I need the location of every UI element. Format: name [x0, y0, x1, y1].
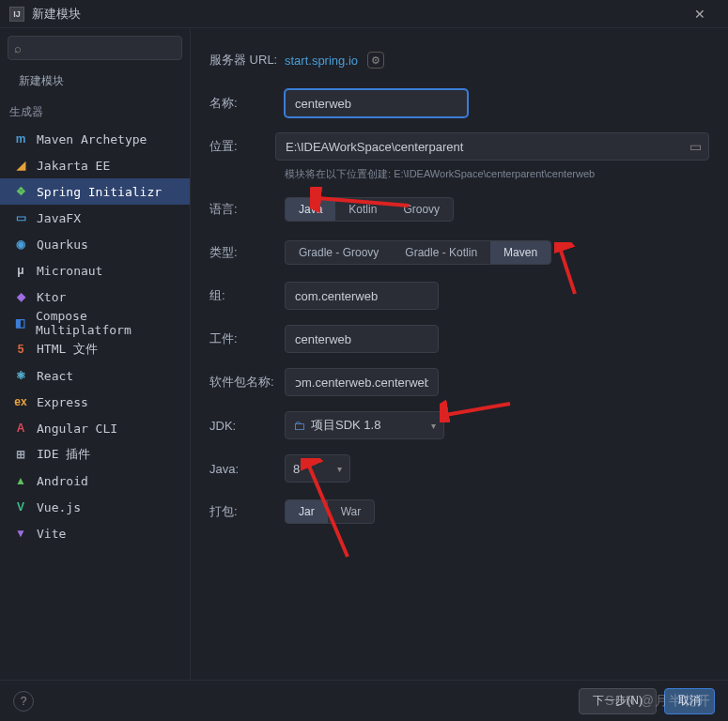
sidebar-item-label: Vue.js — [37, 500, 81, 514]
sidebar-item-label: Ktor — [37, 290, 66, 304]
sidebar-item-express[interactable]: exExpress — [0, 389, 190, 415]
sidebar-item-micronaut[interactable]: μMicronaut — [0, 257, 190, 284]
express-icon: ex — [13, 394, 28, 409]
language-option[interactable]: Java — [286, 198, 335, 221]
sidebar-item-jakarta-ee[interactable]: ◢Jakarta EE — [0, 152, 190, 178]
sidebar-item-label: Vite — [37, 527, 66, 541]
sidebar-item-vuejs[interactable]: VVue.js — [0, 494, 190, 520]
package-label: 软件包名称: — [209, 374, 285, 391]
sidebar-item-label: HTML 文件 — [37, 341, 98, 358]
sidebar-item-spring-initializr[interactable]: ❖Spring Initializr — [0, 178, 190, 205]
packaging-option[interactable]: War — [328, 500, 375, 523]
type-option[interactable]: Maven — [490, 241, 550, 264]
location-label: 位置: — [209, 138, 275, 155]
language-option[interactable]: Groovy — [390, 198, 453, 221]
language-option[interactable]: Kotlin — [335, 198, 390, 221]
android-icon: ▲ — [13, 473, 28, 488]
sidebar-item-label: Maven Archetype — [37, 132, 147, 146]
sidebar-item-react[interactable]: ⚛React — [0, 362, 190, 389]
type-option[interactable]: Gradle - Kotlin — [392, 241, 490, 264]
ktor-icon: ◆ — [13, 289, 28, 304]
react-icon: ⚛ — [13, 368, 28, 383]
chevron-down-icon: ▾ — [431, 421, 436, 431]
maven-archetype-icon: m — [13, 131, 28, 146]
group-input[interactable] — [285, 282, 439, 310]
generator-list: mMaven Archetype◢Jakarta EE❖Spring Initi… — [0, 126, 190, 546]
sidebar-item-vite[interactable]: ▼Vite — [0, 520, 190, 546]
close-icon[interactable]: ✕ — [681, 7, 719, 22]
spring-initializr-icon: ❖ — [13, 184, 28, 199]
folder-icon[interactable]: ▭ — [689, 139, 702, 154]
html-icon: 5 — [13, 342, 28, 357]
sidebar-item-javafx[interactable]: ▭JavaFX — [0, 205, 190, 231]
jdk-dropdown[interactable]: 🗀 项目SDK 1.8 ▾ — [285, 411, 444, 439]
type-segmented: Gradle - GroovyGradle - KotlinMaven — [285, 240, 551, 265]
sidebar-item-angular[interactable]: AAngular CLI — [0, 415, 190, 441]
name-label: 名称: — [209, 95, 285, 112]
type-option[interactable]: Gradle - Groovy — [286, 241, 392, 264]
generators-section-label: 生成器 — [0, 95, 190, 126]
java-dropdown[interactable]: 8 ▾ — [285, 454, 350, 483]
sidebar-item-label: Android — [37, 474, 88, 488]
search-icon: ⌕ — [14, 41, 22, 55]
compose-mp-icon: ◧ — [13, 315, 27, 330]
window-title: 新建模块 — [32, 6, 681, 23]
sidebar-item-maven-archetype[interactable]: mMaven Archetype — [0, 126, 190, 152]
gear-icon[interactable]: ⚙ — [367, 52, 384, 69]
location-hint: 模块将在以下位置创建: E:\IDEAWorkSpace\centerparen… — [285, 167, 709, 181]
server-url-label: 服务器 URL: — [209, 52, 285, 69]
angular-icon: A — [13, 421, 28, 436]
sidebar-item-label: Compose Multiplatform — [36, 309, 180, 337]
sidebar-item-label: Micronaut — [37, 264, 102, 278]
jakarta-ee-icon: ◢ — [13, 158, 28, 173]
sidebar-item-android[interactable]: ▲Android — [0, 468, 190, 494]
sidebar-item-html[interactable]: 5HTML 文件 — [0, 336, 190, 362]
app-icon: IJ — [9, 7, 24, 22]
vuejs-icon: V — [13, 499, 28, 514]
packaging-option[interactable]: Jar — [286, 500, 328, 523]
sidebar-item-quarkus[interactable]: ◉Quarkus — [0, 231, 190, 257]
group-label: 组: — [209, 287, 285, 304]
language-label: 语言: — [209, 201, 285, 218]
package-input[interactable] — [285, 368, 439, 396]
form-panel: 服务器 URL: start.spring.io ⚙ 名称: 位置: ▭ 模块将… — [191, 28, 728, 680]
javafx-icon: ▭ — [13, 210, 28, 225]
jdk-label: JDK: — [209, 419, 285, 433]
folder-icon: 🗀 — [293, 419, 305, 433]
sidebar-item-ide-plugin[interactable]: ⊞IDE 插件 — [0, 441, 190, 468]
next-button[interactable]: 下一步(N) — [579, 688, 657, 714]
footer: ? 下一步(N) 取消 — [0, 680, 728, 721]
artifact-label: 工件: — [209, 330, 285, 347]
sidebar-item-label: Express — [37, 395, 88, 409]
help-button[interactable]: ? — [13, 691, 34, 712]
sidebar-item-label: Spring Initializr — [37, 185, 162, 199]
packaging-label: 打包: — [209, 503, 285, 520]
language-segmented: JavaKotlinGroovy — [285, 197, 454, 222]
sidebar: ⌕ 新建模块 生成器 mMaven Archetype◢Jakarta EE❖S… — [0, 28, 191, 680]
sidebar-item-label: React — [37, 369, 73, 383]
sidebar-item-label: Jakarta EE — [37, 159, 110, 173]
sidebar-item-label: Quarkus — [37, 238, 88, 252]
vite-icon: ▼ — [13, 526, 28, 541]
search-input[interactable]: ⌕ — [8, 36, 182, 60]
sidebar-item-label: IDE 插件 — [37, 446, 90, 463]
sidebar-item-ktor[interactable]: ◆Ktor — [0, 284, 190, 310]
name-input[interactable] — [285, 89, 468, 117]
titlebar: IJ 新建模块 ✕ — [0, 0, 728, 28]
artifact-input[interactable] — [285, 325, 439, 353]
sidebar-item-label: JavaFX — [37, 211, 81, 225]
cancel-button[interactable]: 取消 — [664, 688, 715, 714]
sidebar-root[interactable]: 新建模块 — [0, 68, 190, 95]
type-label: 类型: — [209, 244, 285, 261]
location-input[interactable] — [275, 132, 709, 161]
chevron-down-icon: ▾ — [337, 464, 342, 474]
server-url-link[interactable]: start.spring.io — [285, 54, 358, 68]
quarkus-icon: ◉ — [13, 237, 28, 252]
sidebar-item-label: Angular CLI — [37, 422, 117, 436]
sidebar-item-compose-mp[interactable]: ◧Compose Multiplatform — [0, 310, 190, 336]
ide-plugin-icon: ⊞ — [13, 447, 28, 462]
micronaut-icon: μ — [13, 263, 28, 278]
packaging-segmented: JarWar — [285, 499, 375, 524]
java-label: Java: — [209, 462, 285, 476]
